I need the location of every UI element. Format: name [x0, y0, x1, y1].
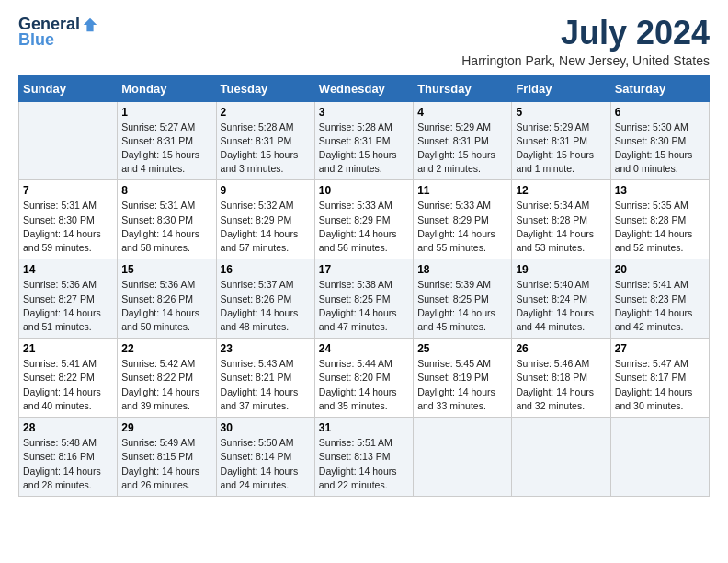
day-info: Sunrise: 5:41 AM Sunset: 8:23 PM Dayligh… — [615, 278, 705, 334]
subtitle: Harrington Park, New Jersey, United Stat… — [461, 53, 710, 68]
weekday-header: Wednesday — [314, 75, 413, 101]
calendar-cell: 12Sunrise: 5:34 AM Sunset: 8:28 PM Dayli… — [512, 180, 610, 259]
day-info: Sunrise: 5:27 AM Sunset: 8:31 PM Dayligh… — [121, 121, 211, 177]
day-info: Sunrise: 5:38 AM Sunset: 8:25 PM Dayligh… — [319, 278, 409, 334]
day-info: Sunrise: 5:36 AM Sunset: 8:27 PM Dayligh… — [23, 278, 113, 334]
day-number: 7 — [23, 184, 113, 197]
calendar-cell: 1Sunrise: 5:27 AM Sunset: 8:31 PM Daylig… — [118, 101, 216, 180]
day-info: Sunrise: 5:45 AM Sunset: 8:19 PM Dayligh… — [417, 357, 507, 413]
calendar-cell: 11Sunrise: 5:33 AM Sunset: 8:29 PM Dayli… — [414, 180, 512, 259]
calendar-header-row: SundayMondayTuesdayWednesdayThursdayFrid… — [19, 75, 710, 101]
day-info: Sunrise: 5:31 AM Sunset: 8:30 PM Dayligh… — [23, 199, 113, 255]
calendar-cell: 4Sunrise: 5:29 AM Sunset: 8:31 PM Daylig… — [414, 101, 512, 180]
day-info: Sunrise: 5:33 AM Sunset: 8:29 PM Dayligh… — [319, 199, 409, 255]
day-number: 18 — [417, 263, 507, 276]
day-number: 19 — [516, 263, 606, 276]
calendar-cell: 30Sunrise: 5:50 AM Sunset: 8:14 PM Dayli… — [216, 418, 314, 497]
calendar-cell: 14Sunrise: 5:36 AM Sunset: 8:27 PM Dayli… — [19, 259, 118, 339]
day-number: 10 — [319, 184, 409, 197]
day-number: 11 — [417, 184, 507, 197]
calendar-cell: 20Sunrise: 5:41 AM Sunset: 8:23 PM Dayli… — [610, 259, 709, 339]
day-number: 21 — [23, 342, 113, 355]
day-number: 12 — [516, 184, 606, 197]
day-info: Sunrise: 5:37 AM Sunset: 8:26 PM Dayligh… — [221, 278, 311, 334]
day-number: 17 — [319, 263, 409, 276]
calendar-cell: 28Sunrise: 5:48 AM Sunset: 8:16 PM Dayli… — [19, 418, 118, 497]
calendar-week-row: 28Sunrise: 5:48 AM Sunset: 8:16 PM Dayli… — [19, 418, 710, 497]
day-number: 27 — [615, 342, 705, 355]
day-number: 15 — [121, 263, 211, 276]
weekday-header: Saturday — [610, 75, 709, 101]
day-number: 3 — [319, 106, 409, 119]
calendar-cell: 17Sunrise: 5:38 AM Sunset: 8:25 PM Dayli… — [314, 259, 413, 339]
day-number: 5 — [516, 106, 606, 119]
calendar-cell: 21Sunrise: 5:41 AM Sunset: 8:22 PM Dayli… — [19, 339, 118, 418]
day-number: 8 — [121, 184, 211, 197]
day-number: 29 — [121, 421, 211, 434]
page-header: General Blue July 2024 Harrington Park, … — [18, 15, 710, 68]
day-number: 23 — [221, 342, 311, 355]
day-info: Sunrise: 5:29 AM Sunset: 8:31 PM Dayligh… — [516, 121, 606, 177]
weekday-header: Monday — [118, 75, 216, 101]
day-number: 2 — [221, 106, 311, 119]
svg-marker-0 — [84, 17, 97, 30]
calendar-cell: 22Sunrise: 5:42 AM Sunset: 8:22 PM Dayli… — [118, 339, 216, 418]
day-number: 9 — [221, 184, 311, 197]
calendar-cell: 2Sunrise: 5:28 AM Sunset: 8:31 PM Daylig… — [216, 101, 314, 180]
day-info: Sunrise: 5:30 AM Sunset: 8:30 PM Dayligh… — [615, 121, 705, 177]
calendar-cell: 3Sunrise: 5:28 AM Sunset: 8:31 PM Daylig… — [314, 101, 413, 180]
calendar-cell — [512, 418, 610, 497]
logo-icon — [82, 17, 98, 33]
day-info: Sunrise: 5:49 AM Sunset: 8:15 PM Dayligh… — [121, 436, 211, 492]
day-info: Sunrise: 5:36 AM Sunset: 8:26 PM Dayligh… — [121, 278, 211, 334]
logo-blue: Blue — [18, 30, 54, 50]
day-info: Sunrise: 5:47 AM Sunset: 8:17 PM Dayligh… — [615, 357, 705, 413]
day-number: 26 — [516, 342, 606, 355]
day-number: 28 — [23, 421, 113, 434]
day-info: Sunrise: 5:48 AM Sunset: 8:16 PM Dayligh… — [23, 436, 113, 492]
weekday-header: Sunday — [19, 75, 118, 101]
day-number: 1 — [121, 106, 211, 119]
day-number: 6 — [615, 106, 705, 119]
calendar-cell: 10Sunrise: 5:33 AM Sunset: 8:29 PM Dayli… — [314, 180, 413, 259]
calendar-cell: 8Sunrise: 5:31 AM Sunset: 8:30 PM Daylig… — [118, 180, 216, 259]
day-number: 4 — [417, 106, 507, 119]
day-number: 24 — [319, 342, 409, 355]
calendar-cell — [414, 418, 512, 497]
calendar-cell: 6Sunrise: 5:30 AM Sunset: 8:30 PM Daylig… — [610, 101, 709, 180]
day-number: 25 — [417, 342, 507, 355]
logo: General Blue — [18, 15, 98, 50]
calendar-week-row: 1Sunrise: 5:27 AM Sunset: 8:31 PM Daylig… — [19, 101, 710, 180]
day-info: Sunrise: 5:44 AM Sunset: 8:20 PM Dayligh… — [319, 357, 409, 413]
calendar-cell: 16Sunrise: 5:37 AM Sunset: 8:26 PM Dayli… — [216, 259, 314, 339]
day-info: Sunrise: 5:31 AM Sunset: 8:30 PM Dayligh… — [121, 199, 211, 255]
calendar-cell: 19Sunrise: 5:40 AM Sunset: 8:24 PM Dayli… — [512, 259, 610, 339]
calendar-week-row: 14Sunrise: 5:36 AM Sunset: 8:27 PM Dayli… — [19, 259, 710, 339]
calendar-cell — [19, 101, 118, 180]
calendar-table: SundayMondayTuesdayWednesdayThursdayFrid… — [18, 75, 710, 497]
weekday-header: Thursday — [414, 75, 512, 101]
calendar-cell: 23Sunrise: 5:43 AM Sunset: 8:21 PM Dayli… — [216, 339, 314, 418]
day-number: 13 — [615, 184, 705, 197]
day-info: Sunrise: 5:51 AM Sunset: 8:13 PM Dayligh… — [319, 436, 409, 492]
calendar-cell: 13Sunrise: 5:35 AM Sunset: 8:28 PM Dayli… — [610, 180, 709, 259]
day-info: Sunrise: 5:42 AM Sunset: 8:22 PM Dayligh… — [121, 357, 211, 413]
calendar-cell: 29Sunrise: 5:49 AM Sunset: 8:15 PM Dayli… — [118, 418, 216, 497]
day-number: 31 — [319, 421, 409, 434]
day-info: Sunrise: 5:33 AM Sunset: 8:29 PM Dayligh… — [417, 199, 507, 255]
main-title: July 2024 — [461, 15, 710, 52]
day-info: Sunrise: 5:50 AM Sunset: 8:14 PM Dayligh… — [221, 436, 311, 492]
title-block: July 2024 Harrington Park, New Jersey, U… — [461, 15, 710, 68]
day-info: Sunrise: 5:41 AM Sunset: 8:22 PM Dayligh… — [23, 357, 113, 413]
day-info: Sunrise: 5:29 AM Sunset: 8:31 PM Dayligh… — [417, 121, 507, 177]
day-number: 30 — [221, 421, 311, 434]
day-number: 14 — [23, 263, 113, 276]
calendar-cell: 5Sunrise: 5:29 AM Sunset: 8:31 PM Daylig… — [512, 101, 610, 180]
day-info: Sunrise: 5:32 AM Sunset: 8:29 PM Dayligh… — [221, 199, 311, 255]
calendar-cell: 15Sunrise: 5:36 AM Sunset: 8:26 PM Dayli… — [118, 259, 216, 339]
calendar-cell: 18Sunrise: 5:39 AM Sunset: 8:25 PM Dayli… — [414, 259, 512, 339]
calendar-cell: 27Sunrise: 5:47 AM Sunset: 8:17 PM Dayli… — [610, 339, 709, 418]
calendar-cell: 25Sunrise: 5:45 AM Sunset: 8:19 PM Dayli… — [414, 339, 512, 418]
calendar-cell: 24Sunrise: 5:44 AM Sunset: 8:20 PM Dayli… — [314, 339, 413, 418]
weekday-header: Friday — [512, 75, 610, 101]
